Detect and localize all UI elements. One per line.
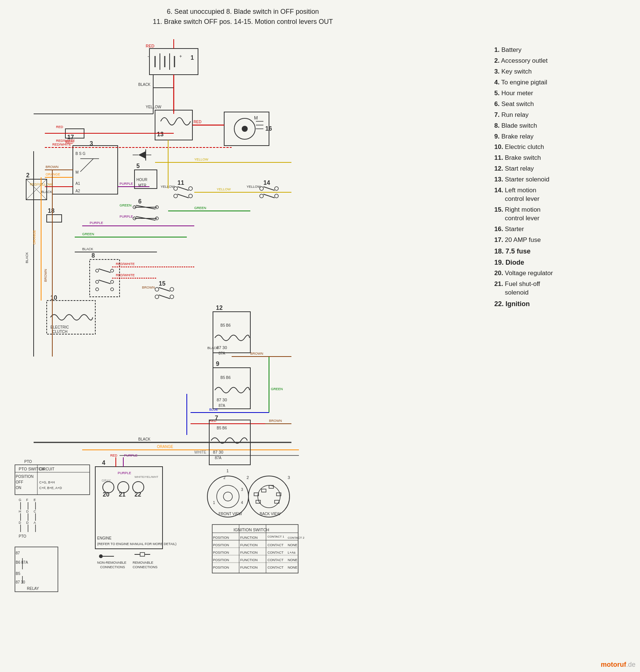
title-conditions: 6. Seat unoccupied 8. Blade switch in OF… [75,7,411,27]
svg-text:B5: B5 [16,572,21,576]
svg-text:CIRCUIT: CIRCUIT [39,467,55,471]
svg-text:POSITION: POSITION [213,566,229,569]
svg-text:HOUR: HOUR [136,178,147,182]
svg-text:7: 7 [215,415,218,421]
svg-text:C: C [34,510,36,513]
svg-text:NON-REMOVABLE: NON-REMOVABLE [97,561,126,564]
svg-text:BLACK: BLACK [25,252,29,263]
svg-text:YELLOW: YELLOW [146,105,161,109]
svg-text:RED/WHITE: RED/WHITE [52,143,71,146]
svg-text:-: - [148,54,149,59]
svg-point-23 [242,126,248,132]
legend-item: 9. Brake relay [494,131,636,142]
svg-text:(REFER TO ENGINE MANUAL FOR MO: (REFER TO ENGINE MANUAL FOR MORE DETAIL) [97,542,176,546]
svg-text:OFF: OFF [16,480,23,484]
svg-rect-0 [7,39,456,648]
svg-text:PURPLE: PURPLE [120,182,133,186]
svg-text:87  30: 87 30 [16,580,25,584]
svg-text:D: D [19,521,21,525]
svg-text:18: 18 [48,208,55,214]
legend-item: 5. Hour meter [494,88,636,99]
svg-text:RED/WHITE: RED/WHITE [56,139,75,143]
legend-item: 4. To engine pigtail [494,77,636,88]
svg-text:4: 4 [241,501,243,505]
svg-text:CONTACT 2: CONTACT 2 [288,536,304,539]
svg-text:WHITE: WHITE [194,450,207,454]
svg-text:NONE: NONE [288,566,297,569]
legend-item: 19. Diode [494,257,636,268]
svg-text:PTO: PTO [24,460,32,464]
svg-text:11: 11 [177,180,184,186]
svg-text:CONTACT: CONTACT [268,543,284,547]
svg-text:IGNITION SWITCH: IGNITION SWITCH [234,528,269,532]
svg-text:RED: RED [194,120,201,124]
watermark-domain: .de [626,661,636,668]
svg-text:REMOVABLE: REMOVABLE [133,561,153,564]
svg-text:13: 13 [157,131,164,137]
svg-text:C+F, B+E, A+D: C+F, B+E, A+D [39,486,62,490]
svg-point-228 [99,554,103,558]
svg-text:H: H [19,510,21,513]
legend-item: 21. Fuel shut-off solenoid [494,279,636,298]
svg-text:21: 21 [119,491,126,498]
svg-text:RED: RED [110,454,118,457]
svg-text:87  30: 87 30 [217,398,227,402]
svg-text:POSITION: POSITION [213,558,229,562]
svg-text:20: 20 [103,491,109,498]
svg-text:GREEN: GREEN [120,203,132,207]
svg-text:16: 16 [265,125,272,132]
svg-text:8: 8 [92,252,95,259]
svg-text:B  S  G: B S G [75,152,86,156]
legend-item: 7. Run relay [494,110,636,121]
svg-text:M: M [75,170,78,174]
svg-text:2: 2 [223,476,226,480]
watermark: motoruf.de [601,659,636,669]
legend-item: 17. 20 AMP fuse [494,235,636,246]
legend-item: 15. Right motion control lever [494,205,636,224]
svg-text:FRONT VIEW: FRONT VIEW [219,512,242,516]
svg-text:FUNCTION: FUNCTION [240,558,258,562]
svg-text:RED: RED [146,44,154,48]
svg-text:+: + [179,54,182,59]
svg-text:ORANGE: ORANGE [46,172,60,176]
legend-item: 22. Ignition [494,298,636,309]
svg-text:PTO: PTO [19,534,27,538]
svg-text:PURPLE: PURPLE [120,215,133,218]
svg-text:B5  B6: B5 B6 [220,323,231,327]
svg-text:BLACK: BLACK [138,83,151,87]
svg-text:BLACK: BLACK [82,247,93,251]
svg-text:RED: RED [56,125,64,129]
svg-text:G: G [19,498,21,502]
svg-text:C+G, B+H: C+G, B+H [39,480,55,484]
svg-text:ELECTRIC: ELECTRIC [50,325,69,329]
svg-text:F: F [26,498,28,502]
legend-item: 11. Brake switch [494,153,636,164]
svg-text:GREEN: GREEN [194,206,206,210]
svg-text:FUNCTION: FUNCTION [240,543,258,547]
svg-text:B5  B6: B5 B6 [217,426,227,430]
svg-text:POSITION: POSITION [16,475,34,479]
svg-text:B5  B6: B5 B6 [220,376,231,380]
svg-text:87A: 87A [219,351,225,355]
svg-text:ON: ON [16,486,21,490]
svg-text:A1: A1 [75,181,80,186]
svg-text:RED/WHITE: RED/WHITE [116,262,135,266]
svg-text:NONE: NONE [288,558,297,562]
svg-text:1: 1 [191,55,194,61]
svg-text:87A: 87A [219,404,225,408]
svg-text:A: A [34,521,36,525]
svg-text:L+As: L+As [288,551,296,554]
svg-text:CLUTCH: CLUTCH [52,330,68,334]
svg-text:ENGINE: ENGINE [97,536,112,540]
svg-text:10: 10 [50,295,57,301]
legend-item: 14. Left motion control lever [494,185,636,205]
svg-text:BROWN: BROWN [269,419,282,423]
svg-text:1: 1 [226,469,229,473]
svg-text:GREEN: GREEN [271,387,283,391]
legend-item: 10. Electric clutch [494,142,636,153]
legend-item: 3. Key switch [494,66,636,77]
svg-text:PURPLE: PURPLE [124,454,137,457]
legend-item: 20. Voltage regulator [494,268,636,279]
svg-text:PURPLE: PURPLE [118,471,131,475]
legend-list: 1. Battery2. Accessory outlet3. Key swit… [494,45,636,310]
